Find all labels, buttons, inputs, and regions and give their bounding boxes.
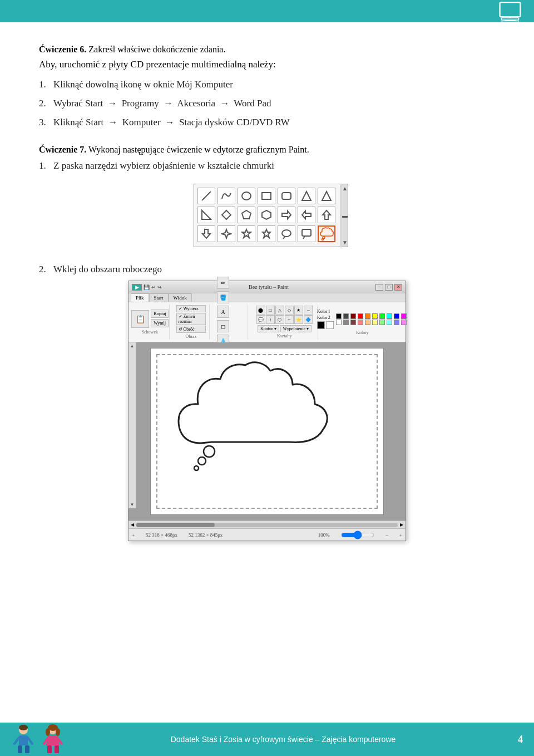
hscroll-track[interactable] [136,523,398,527]
paint-tab-widok[interactable]: Widok [169,293,192,302]
fill-button[interactable]: 🪣 [217,291,229,303]
paint-tab-start[interactable]: Start [149,293,169,302]
scroll-down-icon[interactable]: ▼ [341,238,349,247]
swatch-yellow[interactable] [372,313,378,319]
hscroll-right-icon[interactable]: ▶ [400,522,403,527]
shape-btn-4[interactable]: ◇ [285,306,294,315]
paint-zoom-slider[interactable] [341,531,374,539]
paint-hscrollbar[interactable]: ◀ ▶ [128,521,406,528]
paint-canvas-area[interactable]: ▲ ▼ [128,342,406,521]
shape-btn-11[interactable]: ⭐ [294,315,303,324]
shape-btn-7[interactable]: 💬 [256,315,265,324]
swatch-magenta[interactable] [401,313,407,319]
obroc-button[interactable]: ↺ Obróć [176,326,206,333]
shape-rtriangle[interactable] [197,207,215,223]
swatch-light-yellow[interactable] [372,320,378,325]
paint-canvas[interactable] [150,348,384,515]
shape-oval[interactable] [238,188,255,204]
paste-button[interactable]: 📋 [131,310,149,328]
paint-close-button[interactable]: ✕ [394,284,402,291]
svg-point-38 [19,725,28,730]
shape-uarrow[interactable] [318,207,335,223]
shape-line[interactable] [197,188,215,204]
swatch-green[interactable] [379,313,385,319]
shape-star5[interactable] [238,225,255,242]
shape-btn-3[interactable]: △ [275,306,284,315]
shape-triangle1[interactable] [298,188,315,204]
shape-callout-rect[interactable] [298,225,315,242]
shape-pentagon[interactable] [238,207,255,223]
wypelnienie-dropdown[interactable]: Wypełnienie ▾ [280,325,312,332]
swatch-blue[interactable] [394,313,399,319]
color1-box[interactable] [317,321,325,329]
kontur-dropdown[interactable]: Kontur ▾ [258,325,279,332]
swatch-white[interactable] [336,320,342,325]
paint-zoom-in-icon[interactable]: + [399,532,402,538]
svg-point-29 [204,446,215,457]
swatch-light-blue[interactable] [394,320,399,325]
zaznacz-all-button[interactable]: ✓ Wybierz [176,305,206,312]
paint-menu-icon[interactable]: ▶ [132,284,142,291]
crop-button[interactable]: ✓ Zmień rozmiar [176,313,206,325]
shape-rect1[interactable] [258,188,275,204]
scroll-mid-icon[interactable]: ▬ [341,212,349,220]
paint-undo-icon[interactable]: ↩ [151,284,156,290]
shape-triangle2[interactable] [318,188,335,204]
swatch-red[interactable] [358,313,363,319]
shape-btn-5[interactable]: ★ [294,306,303,315]
darrow-shape-icon [201,228,212,239]
swatch-light-magenta[interactable] [401,320,407,325]
eraser-button[interactable]: ◻ [217,320,229,332]
cut-button[interactable]: Wytnij [151,319,169,327]
swatch-dark-red[interactable] [350,313,356,319]
svg-marker-18 [323,210,330,219]
shapes-scrollbar[interactable]: ▲ ▬ ▼ [342,184,348,247]
swatch-brown[interactable] [350,320,356,325]
paint-tab-plik[interactable]: Plik [131,293,149,302]
scroll-up-icon[interactable]: ▲ [341,184,349,193]
paint-maximize-button[interactable]: □ [385,284,393,291]
copy-button[interactable]: Kopiuj [151,310,169,318]
paint-plus-icon[interactable]: + [132,532,135,538]
swatch-cyan[interactable] [387,313,392,319]
shape-btn-10[interactable]: ~ [285,315,294,324]
swatch-orange[interactable] [365,313,370,319]
shape-star6[interactable] [258,225,275,242]
paint-ribbon: 📋 Kopiuj Wytnij Schowek ✓ Wybierz [128,302,406,342]
shape-btn-2[interactable]: □ [266,306,275,315]
shape-diamond[interactable] [217,207,235,223]
shape-rarrow[interactable] [278,207,295,223]
shape-cloud-callout[interactable] [318,225,335,242]
shape-btn-8[interactable]: ↑ [266,315,275,324]
hscroll-left-icon[interactable]: ◀ [131,522,134,527]
swatch-gray[interactable] [343,320,349,325]
shape-btn-1[interactable]: ⬤ [256,306,265,315]
shape-btn-12[interactable]: 🔷 [304,315,313,324]
shape-btn-9[interactable]: ⬡ [275,315,284,324]
shape-hexagon[interactable] [258,207,275,223]
swatch-light-green[interactable] [379,320,385,325]
shape-rect2[interactable] [278,188,295,204]
shape-star4[interactable] [217,225,235,242]
paint-quicksave-icon[interactable]: 💾 [144,284,150,290]
paint-minimize-button[interactable]: − [375,284,383,291]
shape-callout-oval[interactable] [278,225,295,242]
text-button[interactable]: A [217,306,229,318]
paint-zoom-out-icon[interactable]: − [385,532,388,538]
swatch-light-red[interactable] [358,320,363,325]
ribbon-kolory-label: Kolory [356,330,369,335]
ribbon-color-label-row: Kolor 1 [317,309,334,314]
swatch-peach[interactable] [365,320,370,325]
shape-larrow[interactable] [298,207,315,223]
color2-box[interactable] [326,321,334,329]
shape-btn-6[interactable]: → [304,306,313,315]
pencil-button[interactable]: ✏ [217,277,229,289]
paint-redo-icon[interactable]: ↪ [157,284,162,290]
arrow-icon-5: → [165,117,175,128]
hscroll-thumb[interactable] [136,523,215,527]
swatch-dark-gray[interactable] [343,313,349,319]
swatch-light-cyan[interactable] [387,320,392,325]
shape-curve[interactable] [217,188,235,204]
swatch-black[interactable] [336,313,342,319]
shape-darrow[interactable] [197,225,215,242]
